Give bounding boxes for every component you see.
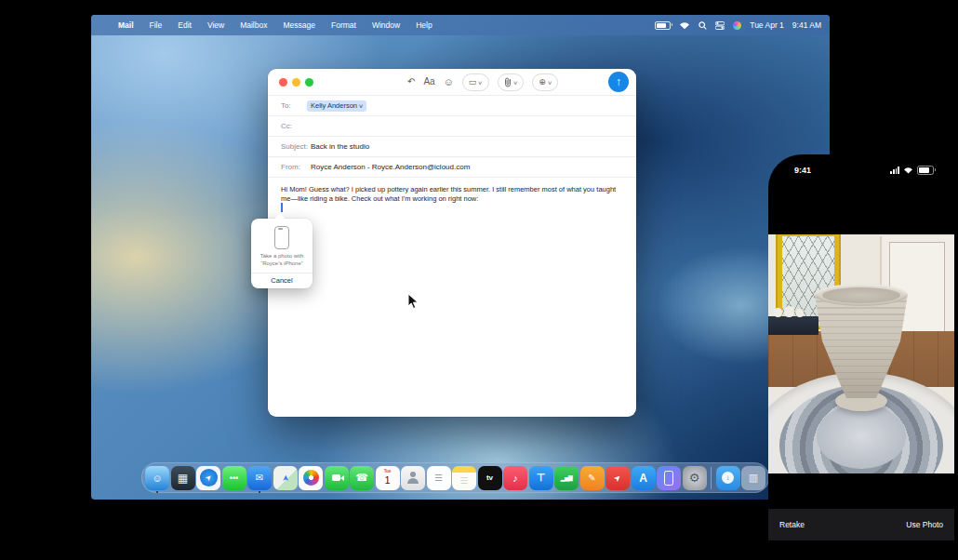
dock-item-calendar[interactable]: Tue 1 [376, 466, 400, 490]
iphone-status-time: 9:41 [794, 166, 811, 175]
menu-item-mailbox[interactable]: Mailbox [240, 20, 267, 30]
keynote-icon: ⊤ [537, 472, 546, 484]
finder-icon: ☺ [152, 473, 162, 484]
photos-pinwheel-icon [303, 470, 319, 486]
chevron-down-icon: ∨ [512, 79, 518, 86]
compose-titlebar: ↶ Aa ☺ ▭ ∨ ∨ ⊕ ∨ ↑ [268, 69, 636, 96]
captured-photo-pottery [768, 234, 954, 473]
send-button[interactable]: ↑ [608, 72, 629, 92]
menu-item-mail[interactable]: Mail [118, 20, 134, 30]
menu-item-format[interactable]: Format [331, 20, 356, 30]
emoji-picker-icon[interactable]: ☺ [444, 77, 454, 87]
spotlight-search-icon[interactable] [699, 21, 707, 30]
siri-icon[interactable] [733, 21, 741, 30]
retake-button[interactable]: Retake [779, 520, 805, 529]
mail-icon: ✉ [256, 473, 263, 483]
insert-from-iphone-button[interactable]: ⊕ ∨ [532, 73, 558, 91]
gear-icon: ⚙ [689, 471, 700, 485]
battery-icon[interactable] [655, 21, 671, 30]
dock-item-finder[interactable]: ☺ [145, 466, 169, 490]
dock-item-system-settings[interactable]: ⚙ [683, 466, 707, 490]
dock-item-launchpad[interactable]: ▦ [171, 466, 195, 490]
dock-item-reminders[interactable]: ☰ [427, 466, 451, 490]
format-text-button[interactable]: Aa [423, 77, 434, 87]
menu-item-message[interactable]: Message [283, 20, 315, 30]
menu-bar-date[interactable]: Tue Apr 1 [750, 20, 784, 30]
dock-item-app-store[interactable]: A [632, 466, 656, 490]
menu-item-window[interactable]: Window [372, 20, 400, 30]
from-field[interactable]: From: Royce Anderson - Royce.Anderson@ic… [268, 157, 636, 178]
dock-item-contacts[interactable] [401, 466, 425, 490]
dock-item-trash[interactable]: ▥ [741, 466, 765, 490]
photo-browser-button[interactable]: ▭ ∨ [462, 73, 489, 91]
menu-item-file[interactable]: File [150, 20, 163, 30]
dock-item-notes[interactable]: ☰ [452, 466, 476, 490]
chevron-down-icon: ∨ [547, 79, 552, 86]
subject-field[interactable]: Subject: Back in the studio [268, 137, 636, 157]
dock-item-maps[interactable]: ➤ [273, 466, 298, 490]
close-window-button[interactable] [279, 78, 287, 87]
launchpad-icon: ▦ [178, 472, 188, 485]
to-field[interactable]: To: Kelly Anderson ∨ [268, 96, 636, 116]
message-body[interactable]: Hi Mom! Guess what? I picked up pottery … [268, 178, 636, 204]
pages-pen-icon: ✎ [588, 473, 595, 483]
subject-label: Subject: [281, 142, 311, 151]
menu-item-help[interactable]: Help [416, 20, 432, 30]
cellular-bars-icon [890, 167, 899, 174]
calendar-day-number: 1 [384, 475, 390, 486]
dock-item-music[interactable]: ♪ [503, 466, 527, 490]
apple-tv-icon: tv [486, 473, 493, 482]
dock-item-numbers[interactable]: ▂▅▇ [554, 466, 579, 490]
dock-item-photos[interactable] [299, 466, 323, 490]
mail-compose-window: ↶ Aa ☺ ▭ ∨ ∨ ⊕ ∨ ↑ To: K [268, 69, 636, 417]
macbook-desktop: Mail File Edit View Mailbox Message Form… [91, 15, 830, 500]
zoom-window-button[interactable] [305, 78, 313, 87]
control-center-icon[interactable] [715, 21, 725, 30]
dock: ☺ ▦ ➤ ••• ✉ ➤ ☎ Tue 1 ☰ ☰ tv ♪ ⊤ ▂▅▇ ✎ ➤… [141, 462, 769, 493]
iphone-status-bar: 9:41 [768, 164, 954, 177]
chevron-down-icon: ∨ [358, 102, 364, 109]
dock-item-keynote[interactable]: ⊤ [529, 466, 553, 490]
battery-icon [917, 166, 934, 175]
menu-item-edit[interactable]: Edit [178, 20, 192, 30]
dock-item-downloads[interactable]: ↓ [716, 466, 740, 490]
dock-item-safari[interactable]: ➤ [196, 466, 220, 490]
facetime-camera-icon [332, 474, 340, 481]
dock-divider [711, 467, 712, 489]
trash-icon: ▥ [749, 472, 758, 484]
use-photo-button[interactable]: Use Photo [906, 520, 943, 529]
dock-item-facetime[interactable] [325, 466, 349, 490]
music-note-icon: ♪ [512, 473, 518, 484]
insert-from-iphone-icon: ⊕ [539, 77, 546, 87]
dock-item-pages[interactable]: ✎ [580, 466, 605, 490]
dock-item-mail[interactable]: ✉ [247, 466, 272, 490]
minimize-window-button[interactable] [292, 78, 300, 87]
menu-bar-time[interactable]: 9:41 AM [792, 20, 821, 30]
dock-item-iphone-mirroring[interactable] [657, 466, 681, 490]
menu-item-view[interactable]: View [207, 20, 224, 30]
app-store-icon: A [639, 472, 647, 485]
popup-text-line1: Take a photo with [255, 253, 309, 260]
notes-icon: ☰ [460, 475, 469, 486]
reminders-icon: ☰ [434, 473, 443, 483]
undo-icon[interactable]: ↶ [407, 77, 415, 87]
chevron-down-icon: ∨ [478, 79, 484, 86]
dock-item-phone[interactable]: ☎ [350, 466, 374, 490]
photo-clay-pot [768, 234, 954, 473]
cancel-button[interactable]: Cancel [251, 273, 313, 288]
continuity-camera-popup: Take a photo with “Royce’s iPhone” Cance… [251, 219, 313, 288]
iphone-mirroring-icon [664, 471, 673, 486]
recipient-token[interactable]: Kelly Anderson ∨ [307, 100, 366, 112]
dock-item-rocket-app[interactable]: ➤ [605, 466, 630, 490]
iphone-continuity-camera-screen: 9:41 Retake Use Photo [768, 154, 954, 560]
dock-item-messages[interactable]: ••• [222, 466, 246, 490]
photo-browser-icon: ▭ [469, 77, 477, 87]
from-label: From: [281, 163, 311, 171]
messages-icon: ••• [230, 473, 238, 483]
mouse-cursor [407, 293, 419, 310]
dock-item-tv[interactable]: tv [478, 466, 502, 490]
cc-field[interactable]: Cc: [268, 116, 636, 137]
safari-compass-icon: ➤ [200, 469, 218, 487]
attach-file-button[interactable]: ∨ [498, 73, 524, 91]
wifi-icon[interactable] [679, 21, 690, 30]
